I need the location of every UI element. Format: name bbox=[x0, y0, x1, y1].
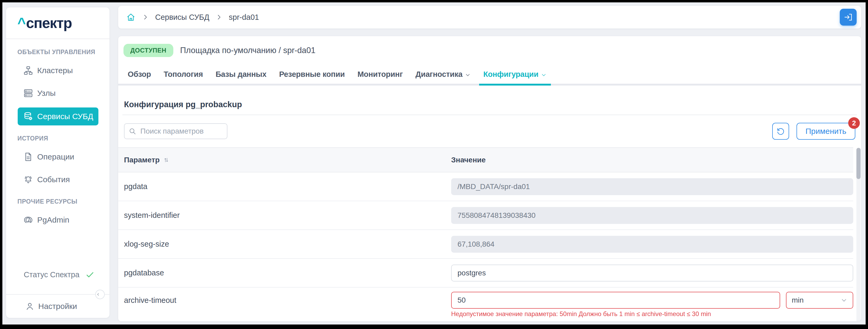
sort-icon[interactable] bbox=[163, 157, 169, 163]
table-row: xlog-seg-size bbox=[118, 230, 853, 259]
unit-select[interactable]: min bbox=[786, 292, 853, 309]
pending-changes-badge: 2 bbox=[848, 117, 860, 129]
app-window: ^спектр ОБЪЕКТЫ УПРАВЛЕНИЯКластерыУзлыСе… bbox=[0, 0, 868, 329]
sidebar-item-label: Кластеры bbox=[37, 66, 73, 75]
service-header: ДОСТУПЕН Площадка по-умолчанию / spr-da0… bbox=[118, 36, 861, 57]
nav-section-label: ИСТОРИЯ bbox=[18, 135, 110, 142]
breadcrumb: Сервисы СУБД spr-da01 bbox=[118, 6, 861, 29]
tab-label: Резервные копии bbox=[279, 70, 345, 79]
search-input[interactable] bbox=[140, 127, 223, 136]
chevron-right-icon bbox=[142, 14, 149, 21]
page-title: Площадка по-умолчанию / spr-da01 bbox=[180, 46, 315, 55]
main-panel: ДОСТУПЕН Площадка по-умолчанию / spr-da0… bbox=[118, 36, 861, 321]
param-value-cell bbox=[451, 236, 853, 253]
pgadmin-icon bbox=[23, 215, 33, 225]
breadcrumb-item-services[interactable]: Сервисы СУБД bbox=[155, 13, 209, 22]
table-scrollbar-thumb[interactable] bbox=[857, 148, 861, 179]
logout-button[interactable] bbox=[840, 9, 857, 26]
param-value-input bbox=[451, 236, 853, 253]
tab-мониторинг[interactable]: Мониторинг bbox=[358, 70, 403, 86]
spectr-status: Статус Спектра bbox=[6, 270, 110, 279]
sidebar-item-label: События bbox=[37, 175, 70, 184]
param-value-cell bbox=[451, 178, 853, 195]
validation-error: Недопустимое значение параметра: 50min Д… bbox=[451, 310, 853, 318]
spectr-status-label: Статус Спектра bbox=[24, 270, 80, 279]
login-arrow-icon bbox=[843, 12, 853, 22]
reset-button[interactable] bbox=[772, 123, 789, 140]
tab-label: Конфигурации bbox=[483, 70, 538, 79]
param-name: xlog-seg-size bbox=[124, 240, 451, 248]
sidebar-item-label: Сервисы СУБД bbox=[37, 112, 93, 121]
tab-label: Мониторинг bbox=[358, 70, 403, 79]
param-name: system-identifier bbox=[124, 211, 451, 220]
sidebar-item-сервисы-субд[interactable]: Сервисы СУБД bbox=[18, 108, 98, 125]
param-name: archive-timeout bbox=[124, 292, 451, 309]
tabs: ОбзорТопологияБазы данныхРезервные копии… bbox=[118, 70, 861, 86]
breadcrumb-item-current: spr-da01 bbox=[229, 13, 259, 22]
config-table-body: pgdatasystem-identifierxlog-seg-sizepgda… bbox=[118, 172, 853, 321]
sidebar-footer: Настройки bbox=[6, 294, 110, 318]
tab-label: Диагностика bbox=[415, 70, 463, 79]
tab-label: Обзор bbox=[128, 70, 151, 79]
tab-диагностика[interactable]: Диагностика bbox=[415, 70, 471, 86]
table-header: Параметр Значение bbox=[118, 147, 853, 172]
table-row: archive-timeoutminНедопустимое значение … bbox=[118, 288, 853, 321]
tab-label: Базы данных bbox=[216, 70, 267, 79]
sidebar-item-узлы[interactable]: Узлы bbox=[6, 84, 110, 102]
param-value-input bbox=[451, 207, 853, 224]
config-table: Параметр Значение pgdatasystem-identifie… bbox=[118, 147, 861, 321]
table-row: system-identifier bbox=[118, 201, 853, 230]
status-badge: ДОСТУПЕН bbox=[123, 44, 173, 57]
param-value-input bbox=[451, 178, 853, 195]
column-header-param[interactable]: Параметр bbox=[124, 156, 451, 164]
tab-базы-данных[interactable]: Базы данных bbox=[216, 70, 267, 86]
table-row: pgdatabase bbox=[118, 259, 853, 288]
table-scrollbar-track[interactable] bbox=[857, 148, 861, 321]
chevron-right-icon bbox=[216, 14, 222, 21]
search-icon bbox=[128, 127, 136, 135]
tab-резервные-копии[interactable]: Резервные копии bbox=[279, 70, 345, 86]
sidebar-item-label: Узлы bbox=[37, 89, 56, 98]
app-logo[interactable]: ^спектр bbox=[6, 7, 110, 39]
toolbar-actions: Применить 2 bbox=[772, 123, 855, 140]
clusters-icon bbox=[23, 65, 33, 76]
sidebar: ^спектр ОБЪЕКТЫ УПРАВЛЕНИЯКластерыУзлыСе… bbox=[6, 7, 110, 318]
logo-text: ^спектр bbox=[18, 14, 72, 31]
user-icon bbox=[25, 302, 35, 311]
chevron-left-icon bbox=[96, 292, 100, 297]
nodes-icon bbox=[23, 88, 33, 98]
tab-label: Топология bbox=[163, 70, 203, 79]
sidebar-item-кластеры[interactable]: Кластеры bbox=[6, 62, 110, 80]
tab-конфигурации[interactable]: Конфигурации bbox=[483, 70, 547, 86]
sidebar-collapse-button[interactable] bbox=[95, 290, 105, 299]
sidebar-item-label: Настройки bbox=[38, 302, 77, 311]
db-services-icon bbox=[23, 112, 33, 121]
home-icon[interactable] bbox=[126, 12, 135, 22]
sidebar-item-события[interactable]: События bbox=[6, 171, 110, 188]
tab-обзор[interactable]: Обзор bbox=[128, 70, 151, 86]
param-value-input[interactable] bbox=[451, 265, 853, 281]
sidebar-item-операции[interactable]: Операции bbox=[6, 148, 110, 166]
chevron-down-icon bbox=[541, 72, 547, 78]
sidebar-item-pgadmin[interactable]: PgAdmin bbox=[6, 211, 110, 229]
sidebar-item-settings[interactable]: Настройки bbox=[25, 302, 77, 311]
param-value-cell: minНедопустимое значение параметра: 50mi… bbox=[451, 292, 853, 318]
table-row: pgdata bbox=[118, 172, 853, 201]
param-name: pgdata bbox=[124, 182, 451, 191]
chevron-down-icon bbox=[465, 72, 471, 78]
section-title: Конфигурация pg_probackup bbox=[122, 100, 857, 115]
column-header-value: Значение bbox=[451, 156, 486, 164]
check-icon bbox=[85, 270, 95, 279]
chevron-down-icon bbox=[841, 297, 847, 304]
nav-section-label: ОБЪЕКТЫ УПРАВЛЕНИЯ bbox=[18, 49, 110, 56]
sidebar-nav: ОБЪЕКТЫ УПРАВЛЕНИЯКластерыУзлыСервисы СУ… bbox=[6, 39, 110, 294]
param-value-cell bbox=[451, 207, 853, 224]
nav-section-label: ПРОЧИЕ РЕСУРСЫ bbox=[18, 198, 110, 205]
sidebar-item-label: PgAdmin bbox=[37, 215, 69, 225]
param-value-input[interactable] bbox=[451, 292, 780, 309]
apply-button[interactable]: Применить 2 bbox=[797, 123, 855, 140]
value-with-unit: min bbox=[451, 292, 853, 309]
logo-caret-icon: ^ bbox=[18, 15, 26, 31]
sidebar-item-label: Операции bbox=[37, 152, 74, 161]
tab-топология[interactable]: Топология bbox=[163, 70, 203, 86]
